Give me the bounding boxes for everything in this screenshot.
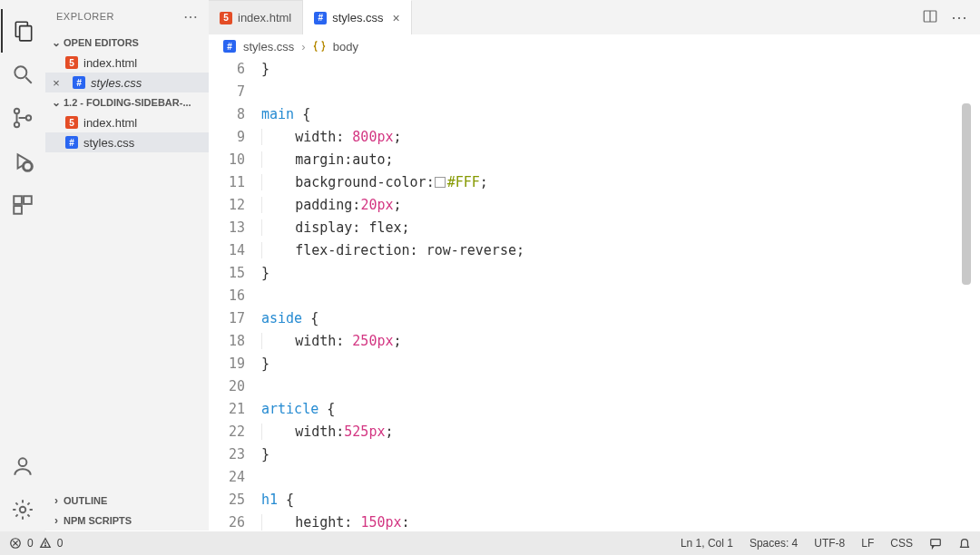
workspace-file-item[interactable]: #styles.css: [45, 132, 209, 152]
error-icon[interactable]: [9, 537, 22, 550]
breadcrumb-separator: ›: [301, 40, 305, 54]
svg-rect-22: [931, 540, 941, 546]
svg-point-2: [15, 66, 26, 78]
open-editor-item[interactable]: ×#styles.css: [45, 73, 209, 92]
breadcrumb-file[interactable]: styles.css: [243, 40, 294, 54]
open-editors-label: OPEN EDITORS: [64, 37, 139, 48]
svg-point-4: [15, 109, 19, 113]
indentation[interactable]: Spaces: 4: [750, 537, 798, 550]
css-file-icon: #: [65, 136, 78, 149]
tab-bar: 5index.html#styles.css× ⋯: [209, 0, 980, 34]
more-icon[interactable]: ⋯: [951, 7, 967, 27]
chevron-right-icon: ›: [49, 514, 64, 527]
svg-point-13: [19, 458, 27, 466]
workspace-header[interactable]: ⌄ 1.2 - FOLDING-SIDEBAR-...: [45, 92, 209, 112]
gear-icon[interactable]: [1, 488, 44, 531]
html-file-icon: 5: [220, 12, 232, 24]
outline-header[interactable]: › OUTLINE: [45, 491, 209, 511]
npm-scripts-header[interactable]: › NPM SCRIPTS: [45, 511, 209, 531]
svg-point-5: [15, 122, 19, 127]
breadcrumb-symbol[interactable]: body: [333, 40, 358, 54]
css-file-icon: #: [223, 40, 236, 53]
language-mode[interactable]: CSS: [890, 537, 913, 550]
symbol-struct-icon: [313, 40, 326, 53]
css-file-icon: #: [73, 76, 85, 89]
file-name: index.html: [83, 116, 137, 130]
svg-rect-12: [14, 206, 22, 214]
npm-scripts-label: NPM SCRIPTS: [64, 515, 132, 526]
cursor-position[interactable]: Ln 1, Col 1: [681, 537, 733, 550]
chevron-down-icon: ⌄: [49, 96, 64, 109]
split-editor-icon[interactable]: [922, 8, 938, 27]
feedback-icon[interactable]: [929, 537, 942, 550]
sidebar-header: EXPLORER ⋯: [45, 0, 209, 33]
file-name: styles.css: [91, 76, 142, 90]
file-name: index.html: [83, 56, 137, 70]
debug-icon[interactable]: [1, 140, 44, 183]
notifications-icon[interactable]: [958, 537, 971, 550]
sidebar-more-icon[interactable]: ⋯: [183, 8, 199, 25]
open-editor-item[interactable]: 5index.html: [45, 53, 209, 73]
account-icon[interactable]: [1, 444, 44, 488]
line-number-gutter: 67891011121314151617181920212223242526: [209, 58, 261, 531]
html-file-icon: 5: [65, 56, 78, 69]
close-icon[interactable]: ×: [53, 76, 64, 90]
css-file-icon: #: [314, 12, 327, 24]
explorer-icon[interactable]: [1, 9, 44, 53]
chevron-right-icon: ›: [49, 494, 64, 507]
svg-rect-1: [20, 26, 32, 41]
sidebar-title: EXPLORER: [56, 11, 114, 22]
workspace-label: 1.2 - FOLDING-SIDEBAR-...: [64, 97, 191, 108]
svg-point-21: [44, 545, 45, 546]
color-swatch: [435, 177, 446, 188]
code-content[interactable]: } main { width: 800px; margin:auto; back…: [261, 58, 971, 531]
svg-rect-11: [24, 196, 32, 204]
warning-count[interactable]: 0: [57, 537, 64, 550]
html-file-icon: 5: [65, 116, 78, 129]
tab-label: index.html: [238, 11, 291, 24]
tab-label: styles.css: [332, 11, 383, 24]
editor-tab[interactable]: #styles.css×: [303, 0, 412, 34]
status-bar: 0 0 Ln 1, Col 1 Spaces: 4 UTF-8 LF CSS: [0, 531, 980, 555]
svg-point-6: [26, 115, 31, 120]
search-icon[interactable]: [1, 53, 44, 96]
close-icon[interactable]: ×: [393, 11, 400, 25]
open-editors-header[interactable]: ⌄ OPEN EDITORS: [45, 33, 209, 53]
sidebar: EXPLORER ⋯ ⌄ OPEN EDITORS 5index.html×#s…: [45, 0, 209, 531]
editor-tab[interactable]: 5index.html: [209, 0, 303, 34]
breadcrumb[interactable]: # styles.css › body: [209, 34, 971, 58]
extensions-icon[interactable]: [1, 183, 44, 227]
scrollbar-thumb[interactable]: [962, 103, 971, 285]
eol[interactable]: LF: [861, 537, 874, 550]
warning-icon[interactable]: [39, 537, 52, 550]
svg-rect-10: [14, 196, 22, 204]
workspace-file-item[interactable]: 5index.html: [45, 112, 209, 132]
activity-bar: [0, 0, 45, 531]
outline-label: OUTLINE: [64, 495, 107, 506]
source-control-icon[interactable]: [1, 96, 44, 140]
file-name: styles.css: [83, 136, 134, 150]
chevron-down-icon: ⌄: [49, 36, 64, 49]
svg-point-14: [20, 507, 26, 513]
encoding[interactable]: UTF-8: [814, 537, 845, 550]
error-count[interactable]: 0: [27, 537, 34, 550]
code-editor[interactable]: 67891011121314151617181920212223242526 }…: [209, 58, 971, 531]
svg-line-3: [25, 77, 32, 83]
